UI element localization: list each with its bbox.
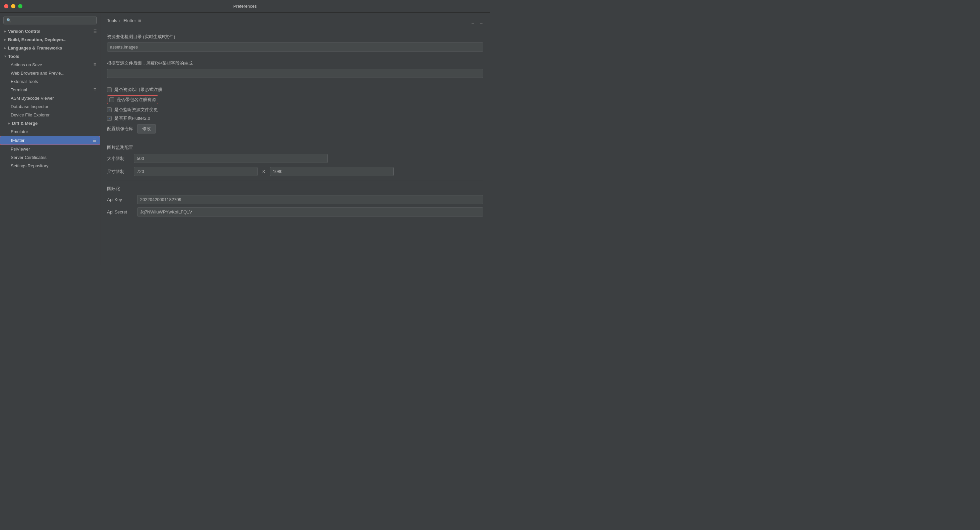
sidebar-item-build-exec[interactable]: Build, Execution, Deploym... (0, 35, 100, 44)
sidebar-item-label: Terminal (11, 88, 92, 92)
section-resource-suffix: 根据资源文件后缀，屏蔽R中某些字段的生成 (107, 60, 483, 82)
main-layout: 🔍 Version Control ☰ Build, Execution, De… (0, 13, 490, 265)
dimension-limit-label: 尺寸限制 (107, 169, 130, 175)
sidebar-item-psiviewer[interactable]: PsiViewer (0, 145, 100, 153)
dimension-height-input[interactable] (270, 167, 394, 176)
sidebar-item-external-tools[interactable]: External Tools (0, 77, 100, 86)
triangle-icon (3, 46, 7, 50)
size-limit-row: 大小限制 (107, 154, 483, 163)
sidebar-item-label: Tools (8, 54, 19, 59)
triangle-icon (3, 54, 7, 58)
checkbox-row-listen-changes: 是否监听资源文件变更 (107, 107, 483, 113)
sidebar-item-diff-merge[interactable]: Diff & Merge (0, 119, 100, 127)
sidebar-item-web-browsers[interactable]: Web Browsers and Previe... (0, 69, 100, 77)
checkbox-label-listen-changes: 是否监听资源文件变更 (115, 107, 158, 113)
dimension-width-input[interactable] (134, 167, 258, 176)
sidebar-item-label: External Tools (11, 79, 97, 84)
sidebar-item-label: Device File Explorer (11, 112, 97, 118)
section-resource-dir-label: 资源变化检测目录 (实时生成R文件) (107, 34, 483, 40)
sidebar-item-languages[interactable]: Languages & Frameworks (0, 44, 100, 52)
intl-section-header: 国际化 (107, 186, 483, 192)
sidebar-item-device-file-explorer[interactable]: Device File Explorer (0, 111, 100, 119)
sidebar-item-label: Web Browsers and Previe... (11, 71, 97, 76)
sidebar-item-label: Settings Repository (11, 163, 97, 168)
breadcrumb-parent: Tools (107, 18, 117, 23)
sidebar: 🔍 Version Control ☰ Build, Execution, De… (0, 13, 100, 265)
sidebar-item-tools[interactable]: Tools (0, 52, 100, 60)
sidebar-item-database-inspector[interactable]: Database Inspector (0, 102, 100, 111)
content-area: Tools › IFlutter ☰ ← → 资源变化检测目录 (实时生成R文件… (100, 13, 490, 265)
sidebar-item-label: Emulator (11, 129, 97, 134)
section-resource-dir: 资源变化检测目录 (实时生成R文件) (107, 34, 483, 56)
search-icon: 🔍 (6, 18, 11, 23)
breadcrumb-area: Tools › IFlutter ☰ ← → (107, 18, 483, 29)
api-key-input[interactable] (137, 195, 483, 204)
back-button[interactable]: ← (471, 21, 475, 26)
sidebar-item-iflutter[interactable]: IFlutter ☰ (0, 136, 100, 145)
forward-button[interactable]: → (479, 21, 483, 26)
sidebar-item-label: Build, Execution, Deploym... (8, 37, 67, 42)
checkbox-listen-changes[interactable] (107, 107, 112, 112)
size-limit-input[interactable] (134, 154, 328, 163)
sidebar-item-label: Version Control (8, 29, 40, 34)
minimize-button[interactable] (11, 4, 15, 8)
sidebar-item-edit-icon: ☰ (93, 29, 97, 33)
sidebar-item-label: ASM Bytecode Viewer (11, 96, 97, 101)
sidebar-item-label: IFlutter (11, 138, 92, 143)
size-limit-label: 大小限制 (107, 156, 130, 162)
sidebar-item-label: Languages & Frameworks (8, 46, 62, 51)
checkbox-label-register-dir: 是否资源以目录形式注册 (115, 87, 162, 93)
sidebar-item-settings-repository[interactable]: Settings Repository (0, 162, 100, 170)
sidebar-item-asm-bytecode[interactable]: ASM Bytecode Viewer (0, 94, 100, 102)
sidebar-item-label: Database Inspector (11, 104, 97, 109)
search-box[interactable]: 🔍 (3, 16, 97, 24)
search-input[interactable] (13, 18, 94, 23)
resource-dir-input[interactable] (107, 43, 483, 51)
resource-suffix-input[interactable] (107, 69, 483, 78)
sidebar-item-label: Diff & Merge (12, 121, 38, 126)
sidebar-item-label: PsiViewer (11, 146, 97, 151)
nav-arrows: ← → (471, 21, 483, 26)
settings-icon: ☰ (93, 88, 97, 92)
sidebar-item-version-control[interactable]: Version Control ☰ (0, 27, 100, 35)
breadcrumb: Tools › IFlutter ☰ (107, 18, 142, 23)
titlebar: Preferences (0, 0, 490, 13)
settings-icon: ☰ (93, 138, 96, 143)
divider-1 (107, 139, 483, 139)
triangle-icon (3, 38, 7, 41)
sidebar-item-server-certificates[interactable]: Server Certificates (0, 153, 100, 162)
checkbox-register-pkg[interactable] (109, 97, 114, 102)
dimension-limit-row: 尺寸限制 X (107, 167, 483, 176)
section-resource-suffix-label: 根据资源文件后缀，屏蔽R中某些字段的生成 (107, 60, 483, 66)
window-controls (4, 4, 22, 8)
mirror-modify-button[interactable]: 修改 (137, 124, 156, 134)
api-key-label: Api Key (107, 197, 134, 202)
sidebar-item-label: Actions on Save (11, 62, 92, 67)
window-title: Preferences (233, 4, 256, 9)
sidebar-item-emulator[interactable]: Emulator (0, 127, 100, 136)
divider-2 (107, 180, 483, 180)
breadcrumb-menu-icon: ☰ (138, 18, 142, 23)
sidebar-item-actions-on-save[interactable]: Actions on Save ☰ (0, 60, 100, 69)
sidebar-item-terminal[interactable]: Terminal ☰ (0, 86, 100, 94)
mirror-config-row: 配置镜像仓库 修改 (107, 124, 483, 134)
triangle-icon (3, 29, 7, 33)
maximize-button[interactable] (18, 4, 22, 8)
checkbox-row-register-pkg: 是否带包名注册资源 (107, 95, 158, 104)
image-section-header: 图片监测配置 (107, 145, 483, 151)
checkbox-row-flutter2: 是否开启Flutter2.0 (107, 115, 483, 121)
breadcrumb-current: IFlutter (123, 18, 136, 23)
x-separator: X (262, 169, 265, 174)
checkbox-register-dir[interactable] (107, 88, 112, 92)
checkboxes-area: 是否资源以目录形式注册 是否带包名注册资源 是否监听资源文件变更 是否开启Flu… (107, 87, 483, 121)
mirror-config-label: 配置镜像仓库 (107, 126, 133, 132)
checkbox-row-register-dir: 是否资源以目录形式注册 (107, 87, 483, 93)
breadcrumb-separator: › (119, 19, 121, 23)
settings-icon: ☰ (93, 62, 97, 67)
triangle-icon (7, 121, 11, 125)
api-secret-label: Api Secret (107, 210, 134, 215)
api-secret-input[interactable] (137, 207, 483, 216)
content-wrapper: Tools › IFlutter ☰ ← → 资源变化检测目录 (实时生成R文件… (107, 18, 483, 216)
close-button[interactable] (4, 4, 8, 8)
checkbox-flutter2[interactable] (107, 116, 112, 121)
